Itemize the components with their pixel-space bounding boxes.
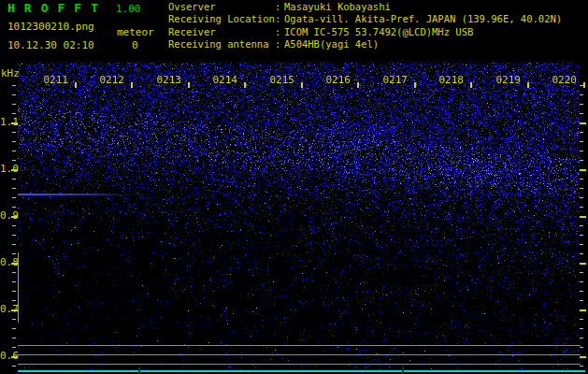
info-label: Ovserver: [168, 1, 275, 13]
tick-mark: [12, 160, 16, 161]
time-tick-label: 0219: [493, 75, 521, 86]
tick-mark: [580, 122, 586, 124]
tick-mark: [580, 160, 583, 161]
tick-mark: [12, 85, 16, 86]
noise-floor-baseline: [18, 370, 585, 372]
tick-mark: [12, 113, 16, 114]
tick-mark: [12, 328, 16, 329]
tick-mark: [580, 244, 583, 245]
tick-mark: [580, 291, 583, 292]
tick-mark: [12, 141, 16, 142]
info-value: Ogata-vill. Akita-Pref. JAPAN (139.96E, …: [284, 13, 562, 24]
tick-mark: [11, 216, 18, 218]
tick-mark: [580, 141, 583, 142]
level-grid-line: [18, 354, 581, 355]
time-tick-label: 0214: [209, 75, 237, 86]
tick-mark: [580, 366, 583, 367]
tick-mark: [12, 244, 16, 245]
info-separator: :: [275, 1, 284, 13]
tick-mark: [580, 207, 583, 208]
tick-mark: [12, 281, 16, 282]
tick-mark: [12, 300, 16, 301]
tick-mark: [12, 253, 16, 254]
tick-mark: [580, 225, 583, 226]
tick-mark: [580, 356, 586, 358]
tick-mark: [12, 132, 16, 133]
info-label: Receiver: [168, 26, 275, 38]
freq-unit-label: kHz: [1, 67, 20, 79]
time-tick-label: 0211: [40, 75, 68, 86]
observer-info-block: Ovserver:Masayuki Kobayashi Receiving Lo…: [168, 1, 562, 51]
info-separator: :: [275, 13, 284, 25]
tick-mark: [580, 169, 586, 171]
tick-mark: [580, 132, 583, 133]
tick-mark: [580, 104, 583, 105]
tick-mark: [580, 338, 583, 338]
version-label: 1.00: [116, 3, 141, 15]
level-grid-line: [18, 364, 581, 365]
tick-mark: [11, 309, 18, 311]
info-value: ICOM IC-575 53.7492(@LCD)MHz USB: [284, 26, 473, 37]
filename-label: 1012300210.png: [7, 21, 94, 33]
tick-mark: [580, 179, 583, 180]
info-label: Receiving Location: [168, 13, 275, 25]
time-tick-label: 0216: [323, 75, 351, 86]
datetime-label: 10.12.30 02:10: [7, 39, 94, 51]
carrier-trace: [18, 194, 145, 195]
tick-mark: [11, 263, 18, 265]
baseline-notch: [402, 367, 404, 374]
info-value: A504HB(yagi 4el): [284, 38, 379, 50]
info-separator: :: [275, 26, 284, 38]
tick-mark: [470, 82, 472, 88]
tick-mark: [580, 309, 586, 311]
tick-mark: [12, 225, 16, 226]
tick-mark: [357, 82, 359, 88]
tick-mark: [12, 188, 16, 189]
tick-mark: [527, 82, 529, 88]
tick-mark: [580, 319, 583, 320]
tick-mark: [12, 179, 16, 180]
tick-mark: [580, 328, 583, 329]
tick-mark: [11, 356, 18, 358]
tick-mark: [580, 281, 583, 282]
tick-mark: [580, 235, 583, 236]
tick-mark: [12, 207, 16, 208]
tick-mark: [12, 272, 16, 273]
tick-mark: [580, 188, 583, 189]
tick-mark: [580, 263, 586, 265]
tick-mark: [580, 300, 583, 301]
info-label: Receiving antenna: [168, 38, 275, 50]
spectrogram-noise-canvas: [18, 62, 580, 370]
info-row-observer: Ovserver:Masayuki Kobayashi: [168, 1, 562, 13]
time-tick-label: 0218: [436, 75, 464, 86]
tick-mark: [11, 122, 18, 124]
tick-mark: [12, 291, 16, 292]
info-row-location: Receiving Location:Ogata-vill. Akita-Pre…: [168, 13, 562, 25]
tick-mark: [583, 82, 585, 88]
tick-mark: [131, 82, 133, 88]
tick-mark: [580, 216, 586, 218]
mode-label: meteor: [117, 26, 154, 38]
tick-mark: [301, 82, 303, 88]
tick-mark: [580, 253, 583, 254]
tick-mark: [580, 272, 583, 273]
tick-mark: [12, 94, 16, 95]
level-grid-line: [18, 345, 581, 346]
info-row-receiver: Receiver:ICOM IC-575 53.7492(@LCD)MHz US…: [168, 26, 562, 38]
baseline-notch: [138, 367, 140, 374]
tick-mark: [12, 235, 16, 236]
time-tick-label: 0213: [153, 75, 181, 86]
info-row-antenna: Receiving antenna:A504HB(yagi 4el): [168, 38, 562, 50]
tick-mark: [12, 319, 16, 320]
info-value: Masayuki Kobayashi: [284, 1, 391, 12]
tick-mark: [12, 197, 16, 198]
tick-mark: [12, 151, 16, 151]
tick-mark: [580, 94, 583, 95]
time-tick-label: 0217: [380, 75, 408, 86]
time-tick-label: 0212: [96, 75, 124, 86]
tick-mark: [580, 197, 583, 198]
tick-mark: [12, 347, 16, 348]
meteor-count: 0: [132, 39, 138, 51]
tick-mark: [75, 82, 77, 88]
tick-mark: [414, 82, 416, 88]
